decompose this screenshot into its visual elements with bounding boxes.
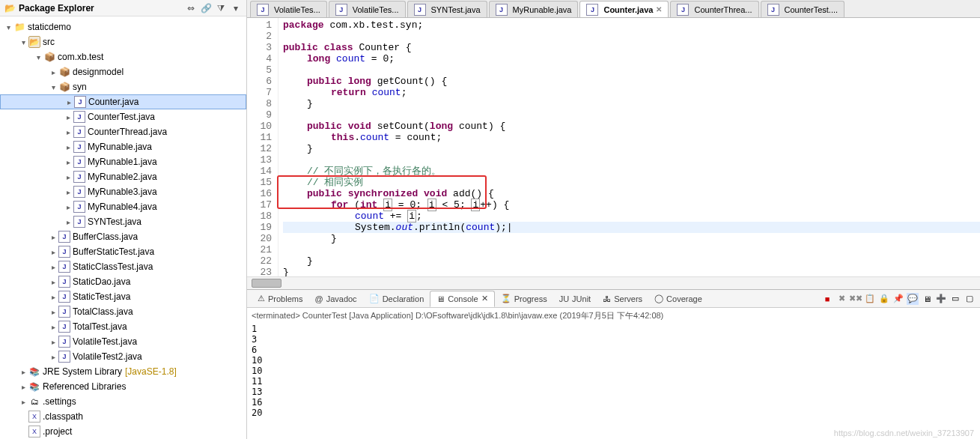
code-line[interactable]: long count = 0; (283, 53, 980, 64)
code-line[interactable]: package com.xb.test.syn; (283, 19, 980, 31)
tree-projectfile[interactable]: .project (0, 424, 246, 439)
view-menu-icon[interactable]: ▾ (230, 2, 242, 14)
pin-console-icon[interactable]: 📌 (892, 293, 904, 305)
tree-file[interactable]: ▸StaticClassTest.java (0, 259, 246, 274)
minimize-icon[interactable]: ▭ (949, 293, 961, 305)
tree-file[interactable]: ▸VolatileTest2.java (0, 349, 246, 364)
display-console-icon[interactable]: 💬 (907, 293, 919, 305)
code-line[interactable]: } (283, 143, 980, 154)
code-line[interactable]: // 不同实例下，各执行各的。 (283, 166, 980, 177)
clear-console-icon[interactable]: 📋 (864, 293, 876, 305)
tree-package[interactable]: ▾ com.xb.test (0, 49, 246, 64)
remove-launch-icon[interactable]: ✖ (836, 293, 847, 305)
console-status: <terminated> CounterTest [Java Applicati… (247, 308, 980, 324)
code-line[interactable]: this.count = count; (283, 132, 980, 143)
terminate-icon[interactable]: ■ (821, 293, 833, 305)
tree-label: CounterTest.java (88, 112, 155, 122)
remove-all-icon[interactable]: ✖✖ (850, 293, 862, 305)
tree-file[interactable]: ▸MyRunable3.java (0, 184, 246, 199)
bottom-tab-progress[interactable]: ⏳Progress (495, 291, 553, 307)
tab-label: Declaration (383, 294, 424, 303)
code-line[interactable]: public class Counter { (283, 42, 980, 53)
package-icon (43, 51, 55, 63)
code-area[interactable]: package com.xb.test.syn;public class Cou… (279, 18, 980, 276)
code-line[interactable] (283, 244, 980, 255)
tree-jre[interactable]: ▸ JRE System Library [JavaSE-1.8] (0, 364, 246, 379)
java-file-icon (58, 306, 70, 318)
tree-classpath[interactable]: .classpath (0, 409, 246, 424)
code-line[interactable] (283, 31, 980, 42)
project-tree[interactable]: ▾ staticdemo ▾ src ▾ com.xb.test ▸ desig… (0, 16, 246, 439)
code-line[interactable]: public long getCount() { (283, 76, 980, 87)
tab-icon: @ (314, 294, 323, 303)
tree-package-designmodel[interactable]: ▸ designmodel (0, 64, 246, 79)
bottom-tab-declaration[interactable]: 📄Declaration (363, 291, 430, 307)
bottom-tab-problems[interactable]: ⚠Problems (252, 291, 308, 307)
tree-file[interactable]: ▸MyRunable1.java (0, 154, 246, 169)
editor-tab[interactable]: CounterThrea... (670, 1, 758, 17)
java-file-icon (496, 4, 508, 16)
code-line[interactable]: public synchronized void add() { (283, 188, 980, 199)
code-line[interactable] (283, 64, 980, 76)
tree-file[interactable]: ▸MyRunable2.java (0, 169, 246, 184)
editor-tab[interactable]: Counter.java✕ (579, 1, 669, 17)
code-line[interactable]: count += i; (283, 211, 980, 222)
tree-file[interactable]: ▸Counter.java (0, 94, 246, 109)
tree-settings[interactable]: ▸ .settings (0, 394, 246, 409)
bottom-tab-servers[interactable]: 🖧Servers (597, 291, 648, 307)
code-line[interactable] (283, 109, 980, 121)
tree-label: src (43, 37, 55, 47)
tree-referenced[interactable]: ▸ Referenced Libraries (0, 379, 246, 394)
editor-tab[interactable]: VolatileTes... (250, 1, 327, 17)
tree-file[interactable]: ▸StaticTest.java (0, 289, 246, 304)
editor-tab[interactable]: CounterTest.... (761, 1, 845, 17)
code-line[interactable]: // 相同实例 (283, 177, 980, 188)
code-line[interactable]: } (283, 233, 980, 244)
tree-file[interactable]: ▸VolatileTest.java (0, 334, 246, 349)
tree-file[interactable]: ▸SYNTest.java (0, 214, 246, 229)
tree-file[interactable]: ▸CounterTest.java (0, 109, 246, 124)
code-line[interactable] (283, 154, 980, 166)
java-file-icon (414, 4, 426, 16)
tree-src[interactable]: ▾ src (0, 34, 246, 49)
console-output[interactable]: 1 3 6 10 10 11 13 16 20 (247, 324, 980, 439)
scroll-lock-icon[interactable]: 🔒 (878, 293, 890, 305)
link-editor-icon[interactable]: 🔗 (200, 2, 212, 14)
editor-tab[interactable]: SYNTest.java (407, 1, 487, 17)
tree-package-syn[interactable]: ▾ syn (0, 79, 246, 94)
code-line[interactable]: System.out.println(count);| (283, 222, 980, 233)
xml-file-icon (28, 411, 40, 423)
code-line[interactable]: return count; (283, 87, 980, 98)
tree-project[interactable]: ▾ staticdemo (0, 19, 246, 34)
code-line[interactable]: for (int i = 0; i < 5; i++) { (283, 199, 980, 211)
tree-file[interactable]: ▸TotalTest.java (0, 319, 246, 334)
tree-file[interactable]: ▸MyRunable4.java (0, 199, 246, 214)
scrollbar-thumb[interactable] (252, 279, 281, 288)
code-line[interactable]: } (283, 255, 980, 267)
open-console-icon[interactable]: 🖥 (921, 293, 933, 305)
tree-file[interactable]: ▸MyRunable.java (0, 139, 246, 154)
tree-file[interactable]: ▸BufferStaticTest.java (0, 244, 246, 259)
bottom-tab-console[interactable]: 🖥Console ✕ (430, 291, 494, 307)
code-line[interactable]: public void setCount(long count) { (283, 121, 980, 132)
collapse-all-icon[interactable]: ⇔ (185, 2, 197, 14)
java-file-icon (767, 4, 779, 16)
bottom-tab-junit[interactable]: JUJUnit (553, 291, 597, 307)
bottom-tab-coverage[interactable]: ◯Coverage (648, 291, 708, 307)
bottom-tab-javadoc[interactable]: @Javadoc (308, 291, 362, 307)
code-line[interactable]: } (283, 98, 980, 109)
filter-icon[interactable]: ⧩ (215, 2, 227, 14)
new-console-icon[interactable]: ➕ (935, 293, 947, 305)
tree-file[interactable]: ▸CounterThread.java (0, 124, 246, 139)
tree-file[interactable]: ▸TotalClass.java (0, 304, 246, 319)
bottom-tabs: ⚠Problems@Javadoc📄Declaration🖥Console ✕⏳… (247, 290, 980, 308)
maximize-icon[interactable]: ▢ (964, 293, 976, 305)
editor-tab[interactable]: VolatileTes... (329, 1, 406, 17)
close-icon[interactable]: ✕ (656, 5, 662, 13)
editor-tab[interactable]: MyRunable.java (489, 1, 579, 17)
editor-horizontal-scrollbar[interactable] (247, 276, 980, 289)
code-editor[interactable]: 1234567891011121314151617181920212223 pa… (247, 18, 980, 276)
code-line[interactable]: } (283, 267, 980, 276)
tree-file[interactable]: ▸BufferClass.java (0, 229, 246, 244)
tree-file[interactable]: ▸StaticDao.java (0, 274, 246, 289)
